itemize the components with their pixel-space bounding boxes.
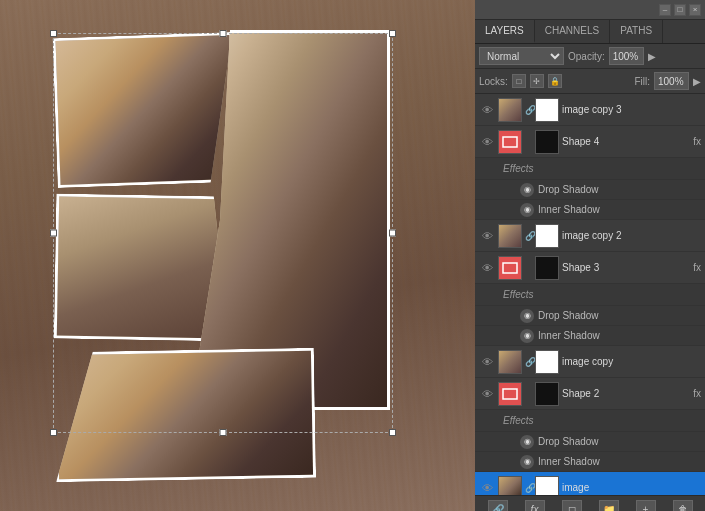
layer-image-copy[interactable]: 👁 🔗 image copy xyxy=(475,346,705,378)
opacity-label: Opacity: xyxy=(568,51,605,62)
expand-button[interactable]: □ xyxy=(674,4,686,16)
layer-name-image-copy-2: image copy 2 xyxy=(562,230,701,241)
layer-mask-thumb xyxy=(535,382,559,406)
tab-channels[interactable]: CHANNELS xyxy=(535,20,610,43)
layer-name-shape-4: Shape 4 xyxy=(562,136,689,147)
tab-layers[interactable]: LAYERS xyxy=(475,20,535,43)
layer-link-icon: 🔗 xyxy=(525,105,535,115)
layers-toolbar: 🔗 fx ◻ 📁 + 🗑 xyxy=(475,495,705,511)
layer-thumb-image-copy xyxy=(498,350,522,374)
layer-image[interactable]: 👁 🔗 image xyxy=(475,472,705,495)
layer-link-icon: 🔗 xyxy=(525,357,535,367)
lock-position-icon[interactable]: ✢ xyxy=(530,74,544,88)
fx-badge-shape-3: fx xyxy=(693,262,701,273)
layer-link-icon: 🔗 xyxy=(525,483,535,493)
blend-mode-select[interactable]: Normal Multiply Screen Overlay xyxy=(479,47,564,65)
photo-content-2 xyxy=(57,197,228,339)
eye-icon[interactable]: 👁 xyxy=(479,356,495,368)
layer-shape-3[interactable]: 👁 Shape 3 fx xyxy=(475,252,705,284)
effects-group-shape-2: Effects xyxy=(475,410,705,432)
photo-fragment-4 xyxy=(54,348,316,483)
locks-fill-row: Locks: □ ✢ 🔒 Fill: ▶ xyxy=(475,69,705,94)
opacity-input[interactable] xyxy=(609,47,644,65)
close-button[interactable]: × xyxy=(689,4,701,16)
fill-input[interactable] xyxy=(654,72,689,90)
blend-opacity-row: Normal Multiply Screen Overlay Opacity: … xyxy=(475,44,705,69)
effect-drop-shadow-shape2[interactable]: ◉ Drop Shadow xyxy=(475,432,705,452)
effect-inner-shadow-shape4[interactable]: ◉ Inner Shadow xyxy=(475,200,705,220)
layer-mask-thumb xyxy=(535,476,559,496)
layer-thumb-shape-4 xyxy=(498,130,522,154)
fill-label: Fill: xyxy=(634,76,650,87)
svg-rect-2 xyxy=(503,389,517,399)
effects-label: Effects xyxy=(503,163,534,174)
effect-drop-shadow-shape3[interactable]: ◉ Drop Shadow xyxy=(475,306,705,326)
layer-thumb-shape-2 xyxy=(498,382,522,406)
tab-paths[interactable]: PATHS xyxy=(610,20,663,43)
layer-name-shape-2: Shape 2 xyxy=(562,388,689,399)
layer-thumb-shape-3 xyxy=(498,256,522,280)
tabs-row: LAYERS CHANNELS PATHS xyxy=(475,20,705,44)
effect-name-inner-shadow: Inner Shadow xyxy=(538,204,600,215)
effect-icon-drop-shadow: ◉ xyxy=(520,435,534,449)
effect-icon-inner-shadow: ◉ xyxy=(520,203,534,217)
layer-name-image-copy: image copy xyxy=(562,356,701,367)
layer-link-icon: 🔗 xyxy=(525,231,535,241)
add-fx-button[interactable]: fx xyxy=(525,500,545,512)
layer-image-copy-3[interactable]: 👁 🔗 image copy 3 xyxy=(475,94,705,126)
effect-name-drop-shadow: Drop Shadow xyxy=(538,310,599,321)
effect-name-inner-shadow: Inner Shadow xyxy=(538,456,600,467)
effect-drop-shadow-shape4[interactable]: ◉ Drop Shadow xyxy=(475,180,705,200)
lock-pixels-icon[interactable]: □ xyxy=(512,74,526,88)
effects-label: Effects xyxy=(503,415,534,426)
canvas-area[interactable] xyxy=(0,0,475,511)
fill-arrow[interactable]: ▶ xyxy=(693,76,701,87)
layer-shape-2[interactable]: 👁 Shape 2 fx xyxy=(475,378,705,410)
eye-icon[interactable]: 👁 xyxy=(479,388,495,400)
layers-list: 👁 🔗 image copy 3 👁 Shape 4 fx Effects ◉ … xyxy=(475,94,705,495)
delete-layer-button[interactable]: 🗑 xyxy=(673,500,693,512)
layer-shape-4[interactable]: 👁 Shape 4 fx xyxy=(475,126,705,158)
panels-area: – □ × LAYERS CHANNELS PATHS Normal Multi… xyxy=(475,0,705,511)
layer-thumb-image-copy-2 xyxy=(498,224,522,248)
effect-icon-drop-shadow: ◉ xyxy=(520,183,534,197)
effect-name-drop-shadow: Drop Shadow xyxy=(538,436,599,447)
effect-name-drop-shadow: Drop Shadow xyxy=(538,184,599,195)
eye-icon[interactable]: 👁 xyxy=(479,104,495,116)
layer-mask-thumb xyxy=(535,350,559,374)
link-layers-button[interactable]: 🔗 xyxy=(488,500,508,512)
svg-rect-1 xyxy=(503,263,517,273)
lock-all-icon[interactable]: 🔒 xyxy=(548,74,562,88)
layer-image-copy-2[interactable]: 👁 🔗 image copy 2 xyxy=(475,220,705,252)
photo-content-4 xyxy=(57,351,313,479)
collapse-button[interactable]: – xyxy=(659,4,671,16)
eye-icon[interactable]: 👁 xyxy=(479,136,495,148)
layer-name-shape-3: Shape 3 xyxy=(562,262,689,273)
fx-badge-shape-2: fx xyxy=(693,388,701,399)
svg-rect-0 xyxy=(503,137,517,147)
layer-thumb-image-copy-3 xyxy=(498,98,522,122)
eye-icon[interactable]: 👁 xyxy=(479,262,495,274)
effect-inner-shadow-shape2[interactable]: ◉ Inner Shadow xyxy=(475,452,705,472)
effect-icon-inner-shadow: ◉ xyxy=(520,455,534,469)
layer-mask-thumb xyxy=(535,98,559,122)
eye-icon[interactable]: 👁 xyxy=(479,482,495,494)
layer-mask-thumb xyxy=(535,256,559,280)
photo-fragment-1 xyxy=(52,32,237,188)
new-layer-button[interactable]: + xyxy=(636,500,656,512)
effect-name-inner-shadow: Inner Shadow xyxy=(538,330,600,341)
photo-content-1 xyxy=(56,35,235,185)
layer-mask-thumb xyxy=(535,130,559,154)
panel-titlebar: – □ × xyxy=(475,0,705,20)
layer-name-image-copy-3: image copy 3 xyxy=(562,104,701,115)
effects-label: Effects xyxy=(503,289,534,300)
opacity-arrow[interactable]: ▶ xyxy=(648,51,656,62)
eye-icon[interactable]: 👁 xyxy=(479,230,495,242)
add-mask-button[interactable]: ◻ xyxy=(562,500,582,512)
layer-thumb-image xyxy=(498,476,522,496)
effect-inner-shadow-shape3[interactable]: ◉ Inner Shadow xyxy=(475,326,705,346)
locks-label: Locks: xyxy=(479,76,508,87)
titlebar-controls: – □ × xyxy=(659,4,701,16)
effect-icon-inner-shadow: ◉ xyxy=(520,329,534,343)
new-group-button[interactable]: 📁 xyxy=(599,500,619,512)
